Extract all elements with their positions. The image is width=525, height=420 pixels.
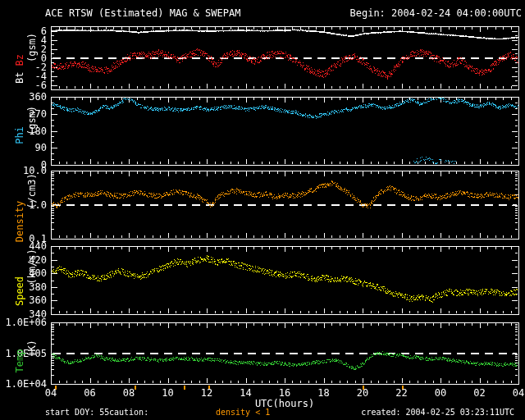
y-axis-title-part: Phi [14, 126, 25, 144]
x-tick-label: 12 [201, 387, 212, 399]
x-tick-label: 20 [357, 387, 368, 399]
y-axis-title-name-temp-panel: Temp [14, 349, 25, 372]
y-axis-title-part: Speed [14, 276, 25, 305]
y-tick-label: 360 [0, 92, 47, 103]
y-axis-title-name-bt-bz-panel: Bt Bz [14, 53, 25, 83]
x-tick-label: 14 [240, 387, 251, 399]
footer-caution-label: caution: [109, 408, 148, 417]
x-tick-label: 04 [513, 387, 524, 399]
x-tick-label: 10 [162, 387, 173, 399]
y-axis-title-part: Bt [14, 66, 25, 84]
y-tick-label: 90 [0, 143, 47, 153]
y-axis-title-units-speed-panel: (km/s) [26, 249, 38, 284]
y-tick-label: 440 [0, 241, 47, 252]
y-axis-title-part: Bz [14, 53, 25, 65]
x-tick-label: 06 [84, 387, 95, 399]
y-axis-title-name-density-panel: Density [14, 200, 25, 242]
x-tick-label: 08 [123, 387, 135, 399]
x-tick-label: 00 [435, 387, 446, 399]
y-tick-label: 420 [0, 255, 47, 266]
ace-rtsw-plot: ACE RTSW (Estimated) MAG & SWEPAM Begin:… [0, 0, 525, 420]
x-tick-label: 02 [473, 387, 485, 399]
y-axis-title-units-phi-panel: (gsm) [26, 105, 38, 135]
y-axis-title-part: Temp [14, 349, 25, 372]
footer-caution-value: density < 1 [216, 408, 270, 417]
chart-canvas [0, 0, 525, 420]
x-tick-label: 22 [395, 387, 407, 399]
footer-start-doy: start DOY: 55 [45, 408, 109, 417]
y-axis-title-name-phi-panel: Phi [14, 126, 25, 144]
y-axis-title-name-speed-panel: Speed [14, 276, 25, 305]
y-axis-title-units-density-panel: (/cm3) [26, 173, 38, 208]
footer-created-timestamp: created: 2004-02-25 03:23:11UTC [361, 408, 514, 417]
begin-timestamp: Begin: 2004-02-24 04:00:00UTC [349, 7, 522, 19]
y-axis-title-units-bt-bz-panel: (gsm) [26, 32, 38, 62]
y-axis-title-part: Density [14, 200, 25, 242]
x-tick-label: 04 [45, 387, 57, 399]
x-tick-label: 16 [279, 387, 290, 399]
y-tick-label: 270 [0, 109, 47, 120]
plot-title: ACE RTSW (Estimated) MAG & SWEPAM [45, 7, 240, 19]
y-tick-label: 10.0 [0, 166, 47, 176]
y-tick-label: 1.0E+06 [0, 317, 47, 328]
x-tick-label: 18 [317, 387, 329, 399]
y-axis-title-units-temp-panel: (K) [26, 340, 38, 358]
y-tick-label: 1.0E+04 [0, 379, 47, 390]
